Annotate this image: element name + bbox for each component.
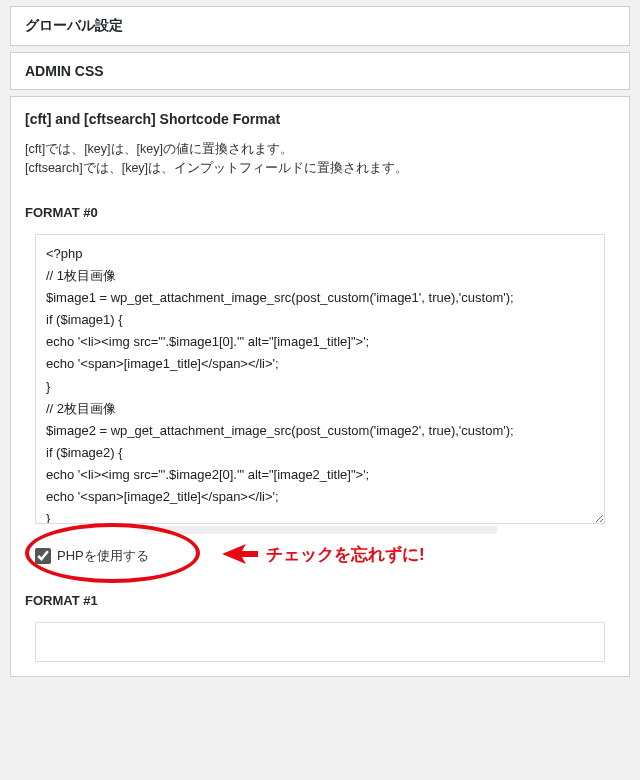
global-settings-header[interactable]: グローバル設定 [10, 6, 630, 46]
shortcode-format-title: [cft] and [cftsearch] Shortcode Format [25, 111, 615, 127]
pointing-hand-icon [220, 541, 260, 567]
use-php-label[interactable]: PHPを使用する [57, 547, 149, 565]
shortcode-format-panel: [cft] and [cftsearch] Shortcode Format [… [10, 96, 630, 677]
format-1-label: FORMAT #1 [25, 593, 615, 608]
format-0-code-wrap [25, 234, 615, 527]
format-1-code-wrap [25, 622, 615, 662]
resize-handle-icon[interactable] [143, 526, 497, 534]
format-0-label: FORMAT #0 [25, 205, 615, 220]
shortcode-desc-2: [cftsearch]では、[key]は、インプットフィールドに置換されます。 [25, 160, 615, 177]
annotation-text: チェックを忘れずに! [266, 543, 425, 566]
use-php-checkbox[interactable] [35, 548, 51, 564]
use-php-row: PHPを使用する チェックを忘れずに! [35, 547, 605, 565]
admin-css-title: ADMIN CSS [25, 63, 104, 79]
format-1-textarea[interactable] [35, 622, 605, 662]
format-0-textarea[interactable] [35, 234, 605, 524]
admin-css-header[interactable]: ADMIN CSS [10, 52, 630, 90]
global-settings-title: グローバル設定 [25, 17, 123, 33]
annotation-callout: チェックを忘れずに! [220, 541, 425, 567]
shortcode-desc-1: [cft]では、[key]は、[key]の値に置換されます。 [25, 141, 615, 158]
